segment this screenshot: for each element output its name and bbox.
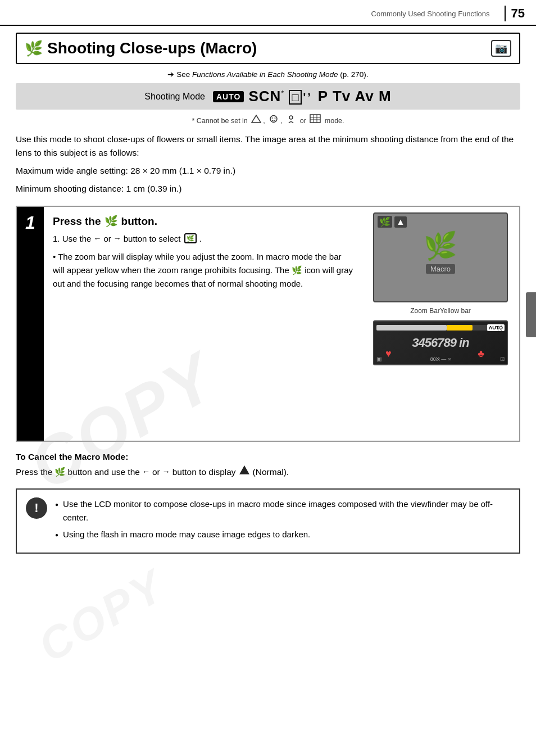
cannot-set-note: * Cannot be set in , , or mode. — [16, 114, 520, 125]
mode-sup: * — [281, 89, 284, 97]
description-para3: Minimum shooting distance: 1 cm (0.39 in… — [16, 182, 520, 196]
cannot-suffix: mode. — [325, 117, 344, 125]
grid-icon — [310, 114, 321, 125]
cannot-or: or — [300, 117, 308, 125]
lcd-screen: 🌿 ▲ 🌿 Macro — [373, 212, 508, 302]
shooting-mode-bar: Shooting Mode AUTO SCN* □'’ P Tv Av M — [16, 83, 520, 110]
step-title: Press the 🌿 button. — [53, 215, 353, 228]
zoom-range-text: 80ℵ — ∞ — [430, 356, 451, 362]
page-number: 75 — [511, 6, 525, 21]
cancel-prefix: Press the — [16, 465, 52, 479]
lcd-top-bar: 🌿 ▲ — [378, 216, 503, 228]
main-content: 🌿 Shooting Close-ups (Macro) 📷 ➔ See Fun… — [0, 33, 536, 569]
copy-watermark-2: COPY — [30, 559, 174, 672]
header-divider — [505, 6, 506, 21]
ref-text: See — [176, 70, 192, 79]
step-title-suffix: button. — [121, 215, 157, 228]
yellow-bar-label: Yellow bar — [440, 307, 471, 315]
svg-point-3 — [275, 117, 276, 119]
step-title-prefix: Press the — [53, 215, 101, 228]
step-image-col: 🌿 ▲ 🌿 Macro Zoom Bar Yellow bar — [362, 207, 519, 441]
note-body: ● Use the LCD monitor to compose close-u… — [55, 497, 510, 545]
mode-scn: SCN* — [248, 88, 284, 105]
mode-p-tv-av-m: P Tv Av M — [318, 88, 392, 105]
comma2: , — [280, 117, 282, 125]
card-bg: AUTO 3456789 in ♥ ♣ K ▣ 80ℵ — ∞ ⊡ — [374, 322, 507, 364]
lcd-portrait-icon: ▲ — [394, 216, 407, 228]
title-section: 🌿 Shooting Close-ups (Macro) 📷 — [16, 33, 520, 64]
cancel-body: Press the 🌿 button and use the ← or → bu… — [16, 464, 520, 479]
step-sub-suffix: button to select — [124, 234, 181, 243]
cancel-section: To Cancel the Macro Mode: Press the 🌿 bu… — [16, 452, 520, 479]
note-text-1: Use the LCD monitor to compose close-ups… — [63, 497, 510, 524]
macro-icon-title: 🌿 — [25, 40, 43, 57]
cancel-or: or — [152, 465, 160, 479]
zoom-bar-label: Zoom Bar — [410, 307, 440, 315]
zoom-right-indicator: ⊡ — [500, 356, 505, 362]
cancel-left-arrow: ← — [142, 466, 150, 478]
svg-point-4 — [289, 116, 293, 119]
svg-rect-5 — [310, 115, 320, 123]
cancel-title: To Cancel the Macro Mode: — [16, 452, 520, 462]
description-para2: Maximum wide angle setting: 28 × 20 mm (… — [16, 164, 520, 178]
lcd-macro-icon: 🌿 — [378, 216, 392, 228]
step-body: • The zoom bar will display while you ad… — [53, 250, 353, 291]
card-suit-3: K — [497, 324, 502, 333]
note-text-2: Using the flash in macro mode may cause … — [63, 528, 310, 541]
zoom-bar-labels: Zoom Bar Yellow bar — [409, 307, 472, 315]
cannot-prefix: * Cannot be set in — [192, 117, 247, 125]
shooting-mode-label: Shooting Mode — [144, 92, 205, 102]
step-1-section: 1 Press the 🌿 button. 1. Use the ← or → … — [16, 206, 520, 442]
step-or: or — [103, 234, 111, 243]
sidebar-tab — [526, 292, 536, 337]
cancel-mid1: button and use the — [67, 465, 139, 479]
period: . — [199, 234, 201, 243]
lcd-center: 🌿 Macro — [424, 230, 457, 274]
cancel-normal-icon — [238, 464, 251, 479]
lcd-macro-big: 🌿 — [424, 230, 457, 262]
auto-badge: AUTO — [213, 91, 244, 102]
description-para1: Use this mode to shoot close-ups of flow… — [16, 133, 520, 160]
step-sub: 1. Use the ← or → button to select 🌿. — [53, 233, 353, 243]
reference-line: ➔ See Functions Available in Each Shooti… — [16, 70, 520, 79]
zoom-bar-fill — [376, 325, 447, 331]
svg-point-2 — [272, 117, 273, 119]
note-exclamation: ! — [34, 501, 38, 515]
zoom-bar-row — [376, 325, 505, 331]
select-macro-icon: 🌿 — [184, 233, 197, 243]
zoom-bottom-icons: ▣ 80ℵ — ∞ ⊡ — [376, 356, 505, 362]
step-macro-icon: 🌿 — [105, 215, 118, 228]
svg-marker-10 — [239, 465, 249, 474]
title-left: 🌿 Shooting Close-ups (Macro) — [25, 39, 257, 57]
card-numbers: 3456789 in — [412, 336, 469, 350]
face-icon — [269, 115, 279, 125]
cancel-mid2: button to display — [172, 465, 236, 479]
note-icon: ! — [26, 497, 47, 519]
page-title: Shooting Close-ups (Macro) — [47, 39, 257, 57]
note-item-2: ● Using the flash in macro mode may caus… — [55, 528, 510, 541]
page-header: Commonly Used Shooting Functions 75 — [0, 0, 536, 26]
cancel-suffix: (Normal). — [253, 465, 289, 479]
lcd-macro-label: Macro — [426, 264, 455, 274]
svg-marker-0 — [252, 115, 261, 123]
note-bullet-1: ● — [55, 500, 58, 509]
section-title: Commonly Used Shooting Functions — [371, 10, 490, 18]
step-number: 1 — [17, 207, 44, 441]
note-section: ! ● Use the LCD monitor to compose close… — [16, 488, 520, 554]
step-sub-prefix: 1. Use the — [53, 234, 91, 243]
cancel-macro-icon: 🌿 — [54, 465, 65, 479]
comma1: , — [263, 117, 265, 125]
ref-italic: Functions Available in Each Shooting Mod… — [192, 70, 338, 79]
note-item-1: ● Use the LCD monitor to compose close-u… — [55, 497, 510, 524]
right-arrow: → — [113, 234, 121, 243]
camera-icon-box: 📷 — [491, 40, 511, 57]
zoom-bar-yellow — [447, 325, 473, 331]
zoom-left-indicator: ▣ — [376, 356, 381, 362]
kid-icon — [286, 115, 296, 125]
step-content: Press the 🌿 button. 1. Use the ← or → bu… — [44, 207, 362, 441]
cancel-right-arrow: → — [162, 466, 170, 478]
camera-icon: 📷 — [495, 42, 507, 55]
mode-extra: □'’ — [289, 88, 313, 105]
note-bullet-2: ● — [55, 531, 58, 540]
zoom-bar-screen: AUTO 3456789 in ♥ ♣ K ▣ 80ℵ — ∞ ⊡ — [373, 320, 508, 365]
